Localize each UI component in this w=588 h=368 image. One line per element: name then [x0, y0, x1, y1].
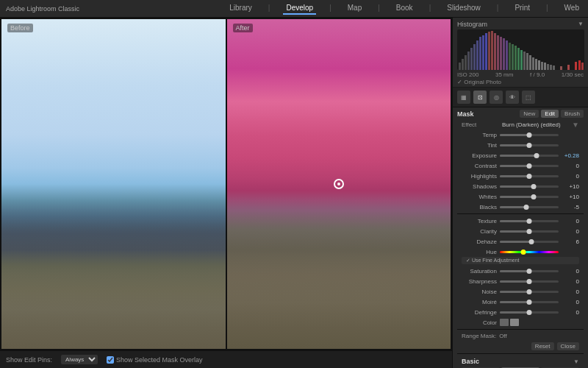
tool-red-eye-icon[interactable]: 👁: [506, 91, 519, 104]
histogram-title: Histogram ▼: [457, 21, 584, 28]
svg-rect-7: [479, 37, 481, 70]
histogram-canvas: [457, 29, 584, 70]
svg-rect-14: [500, 37, 502, 70]
mask-new-btn[interactable]: New: [520, 110, 539, 118]
sharpness-slider-row: Sharpness 0: [457, 276, 584, 286]
highlights-label: Highlights: [462, 173, 500, 180]
nav-menu: Library | Develop | Map | Book | Slidesh…: [226, 2, 582, 15]
moire-label: Moiré: [462, 299, 500, 305]
svg-rect-11: [491, 31, 493, 70]
nav-book[interactable]: Book: [393, 2, 416, 15]
target-icon: [334, 179, 344, 189]
effect-row: Effect Burn (Darken) (edited) ▼: [457, 120, 584, 130]
range-mask-label: Range Mask:: [462, 333, 496, 339]
histogram-section: Histogram ▼: [453, 18, 588, 88]
moire-track[interactable]: [500, 301, 559, 303]
nav-develop[interactable]: Develop: [283, 2, 316, 15]
nav-library[interactable]: Library: [226, 2, 255, 15]
show-mask-label[interactable]: Show Selected Mask Overlay: [107, 356, 203, 364]
color-swatch[interactable]: [500, 319, 509, 326]
noise-label: Noise: [462, 289, 500, 295]
top-bar: Adobe Lightroom Classic Library | Develo…: [0, 0, 588, 18]
basic-panel-dropdown-icon[interactable]: ▼: [573, 358, 579, 365]
histogram-dropdown-icon[interactable]: ▼: [578, 21, 584, 28]
divider-2: [457, 329, 584, 330]
tool-histogram-icon[interactable]: ▦: [457, 91, 470, 104]
noise-slider-row: Noise 0: [457, 286, 584, 297]
nav-map[interactable]: Map: [345, 2, 365, 15]
close-btn[interactable]: Close: [557, 342, 579, 350]
temp-track[interactable]: [500, 134, 559, 136]
saturation-slider-row: Saturation 0: [457, 266, 584, 276]
svg-rect-26: [535, 59, 537, 70]
svg-rect-18: [512, 44, 514, 70]
whites-track[interactable]: [500, 196, 559, 198]
svg-rect-31: [550, 65, 552, 70]
hue-track[interactable]: [500, 251, 559, 253]
contrast-track[interactable]: [500, 165, 559, 167]
contrast-value: 0: [559, 163, 579, 169]
after-stones-overlay: [227, 200, 451, 349]
nav-slideshow[interactable]: Slideshow: [444, 2, 484, 15]
svg-rect-2: [465, 55, 467, 70]
range-mask-value: Off: [499, 333, 507, 339]
nav-web[interactable]: Web: [562, 2, 582, 15]
color-swatch-2[interactable]: [510, 319, 519, 326]
nav-print[interactable]: Print: [512, 2, 533, 15]
sharpness-track[interactable]: [500, 280, 559, 283]
saturation-track[interactable]: [500, 270, 559, 272]
texture-label: Texture: [462, 218, 500, 224]
defringe-track[interactable]: [500, 311, 559, 314]
clarity-track[interactable]: [500, 230, 559, 233]
photo-panels: Before After: [0, 18, 452, 350]
show-mask-checkbox[interactable]: [107, 356, 114, 364]
highlights-track[interactable]: [500, 175, 559, 177]
show-edit-label: Show Edit Pins:: [6, 356, 52, 364]
basic-panel: Basic ▼ Treatment Color Black & White Pr…: [457, 355, 584, 368]
svg-rect-3: [467, 52, 470, 70]
svg-rect-13: [497, 35, 499, 70]
reset-btn[interactable]: Reset: [531, 342, 554, 350]
texture-track[interactable]: [500, 220, 559, 222]
svg-rect-17: [509, 43, 511, 70]
noise-track[interactable]: [500, 291, 559, 293]
range-mask-row: Range Mask: Off: [457, 331, 584, 341]
texture-value: 0: [559, 218, 579, 224]
blacks-track[interactable]: [500, 206, 559, 208]
nav-sep-1: |: [265, 2, 273, 15]
nav-sep-3: |: [375, 2, 383, 15]
nav-sep-6: |: [543, 2, 551, 15]
temp-slider-row: Temp: [457, 130, 584, 140]
svg-rect-5: [473, 44, 476, 70]
show-edit-select[interactable]: Always: [61, 355, 98, 364]
tool-mask-icon[interactable]: ⬚: [522, 91, 535, 104]
svg-rect-19: [514, 46, 517, 70]
dehaze-label: Dehaze: [462, 238, 500, 245]
svg-rect-24: [529, 55, 531, 70]
moire-slider-row: Moiré 0: [457, 297, 584, 307]
svg-rect-35: [575, 62, 577, 70]
effect-name: Burn (Darken) (edited): [502, 121, 572, 128]
dehaze-slider-row: Dehaze 6: [457, 236, 584, 247]
svg-rect-32: [553, 66, 555, 70]
app-title: Adobe Lightroom Classic: [6, 5, 79, 13]
local-fire-label[interactable]: ✓ Use Fine Adjustment: [462, 257, 579, 264]
mask-brush-btn[interactable]: Brush: [561, 110, 584, 118]
effect-delete-icon[interactable]: ▼: [572, 121, 579, 129]
tint-track[interactable]: [500, 144, 559, 146]
before-label: Before: [7, 24, 33, 32]
basic-panel-header: Basic ▼: [462, 358, 579, 365]
mask-edit-btn[interactable]: Edit: [541, 110, 559, 118]
hue-slider-row: Hue: [457, 247, 584, 257]
dehaze-track[interactable]: [500, 241, 559, 243]
tool-crop-icon[interactable]: ⊡: [473, 91, 487, 104]
exposure-track[interactable]: [500, 155, 559, 157]
svg-rect-23: [526, 53, 528, 70]
mask-section: Mask New Edit Brush Effect Burn (Darken)…: [453, 107, 588, 368]
noise-value: 0: [559, 289, 579, 295]
mask-title: Mask: [457, 110, 474, 118]
svg-rect-37: [581, 63, 584, 70]
tool-spot-icon[interactable]: ◎: [490, 91, 503, 104]
svg-rect-9: [485, 33, 487, 70]
shadows-track[interactable]: [500, 185, 559, 188]
